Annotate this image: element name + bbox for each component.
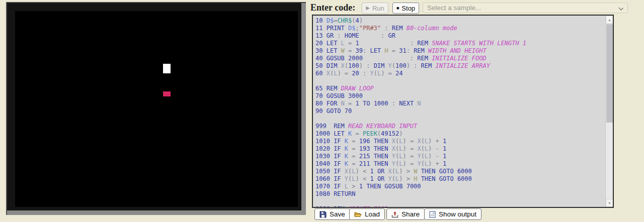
code-line[interactable]: 1080 RETURN	[315, 190, 604, 198]
stop-icon: ■	[396, 6, 399, 11]
code-line[interactable]	[315, 198, 604, 205]
run-button[interactable]: ▶ Run	[362, 3, 388, 14]
snake-block	[163, 64, 171, 73]
code-line[interactable]	[315, 115, 604, 123]
code-line[interactable]: 13 GR : HOME : GR	[315, 32, 604, 40]
code-line[interactable]: 1030 IF K = 215 THEN Y(L) = Y(L) - 1	[315, 153, 604, 160]
scroll-up-icon[interactable]: ▲	[606, 16, 613, 24]
code-listing[interactable]: 10 D$=CHR$(4)11 PRINT D$;"PR#3" : REM 80…	[315, 17, 604, 207]
save-button[interactable]: Save	[314, 208, 350, 220]
share-button-label: Share	[401, 210, 420, 218]
code-line[interactable]: 60 X(L) = 20 : Y(L) = 24	[315, 70, 604, 77]
code-line[interactable]: 1020 IF K = 193 THEN X(L) = X(L) - 1	[315, 145, 604, 153]
chevron-down-icon	[618, 6, 623, 11]
crt-bezel	[7, 3, 301, 210]
sample-select-placeholder: Select a sample...	[427, 4, 481, 12]
code-editor[interactable]: 10 D$=CHR$(4)11 PRINT D$;"PR#3" : REM 80…	[312, 15, 614, 208]
code-line[interactable]: 20 LET L = 1 : REM SNAKE STARTS WITH LEN…	[315, 40, 604, 47]
load-button[interactable]: Load	[349, 208, 385, 220]
crt-monitor-frame	[6, 2, 306, 215]
share-icon	[391, 211, 398, 218]
code-line[interactable]: 65 REM DRAW LOOP	[315, 85, 604, 92]
save-button-label: Save	[330, 210, 345, 218]
code-line[interactable]: 1999 REM CREATE FOOD	[315, 205, 604, 208]
run-button-label: Run	[372, 5, 384, 12]
folder-icon	[354, 211, 362, 217]
floppy-icon	[319, 211, 327, 218]
share-button[interactable]: Share	[386, 208, 425, 220]
code-line[interactable]: 50 DIM X(100) : DIM Y(100) : REM INTIALI…	[315, 62, 604, 70]
code-line[interactable]: 40 GOSUB 2000 : REM INITIALIZE FOOD	[315, 55, 604, 62]
enter-code-label: Enter code:	[310, 3, 355, 13]
scrollbar-thumb[interactable]	[606, 24, 613, 123]
code-line[interactable]: 1050 IF X(L) < 1 OR X(L) > W THEN GOTO 6…	[315, 168, 604, 175]
load-button-label: Load	[365, 210, 380, 218]
code-line[interactable]: 1070 IF L > 1 THEN GOSUB 7000	[315, 183, 604, 190]
show-output-button[interactable]: Show output	[424, 208, 481, 220]
graphics-screen[interactable]	[15, 11, 298, 207]
code-line[interactable]: 11 PRINT D$;"PR#3" : REM 80-column mode	[315, 25, 604, 32]
play-icon: ▶	[366, 6, 370, 11]
scroll-down-icon[interactable]: ▼	[606, 199, 613, 207]
editor-scrollbar[interactable]: ▲ ▼	[605, 16, 613, 207]
stop-button-label: Stop	[401, 5, 415, 12]
code-line[interactable]: 90 GOTO 70	[315, 107, 604, 115]
code-line[interactable]: 999 REM READ KEYBOARD INPUT	[315, 123, 604, 130]
stop-button[interactable]: ■ Stop	[392, 3, 419, 14]
code-line[interactable]: 1040 IF K = 211 THEN Y(L) = Y(L) + 1	[315, 160, 604, 168]
code-line[interactable]: 10 D$=CHR$(4)	[315, 17, 604, 25]
sample-select[interactable]: Select a sample...	[423, 3, 628, 13]
code-line[interactable]: 80 FOR N = 1 TO 1000 : NEXT N	[315, 100, 604, 107]
code-line[interactable]: 30 LET W = 39: LET H = 31: REM WIDTH AND…	[315, 47, 604, 55]
code-line[interactable]: 1010 IF K = 196 THEN X(L) = X(L) + 1	[315, 138, 604, 145]
output-document-icon	[429, 211, 436, 218]
show-output-button-label: Show output	[439, 210, 476, 218]
code-line[interactable]: 1060 IF Y(L) < 1 OR Y(L) > H THEN GOTO 6…	[315, 175, 604, 183]
code-line[interactable]: 70 GOSUB 3000	[315, 92, 604, 100]
code-line[interactable]	[315, 77, 604, 85]
code-line[interactable]: 1000 LET K = PEEK(49152)	[315, 130, 604, 138]
food-block	[163, 91, 171, 96]
